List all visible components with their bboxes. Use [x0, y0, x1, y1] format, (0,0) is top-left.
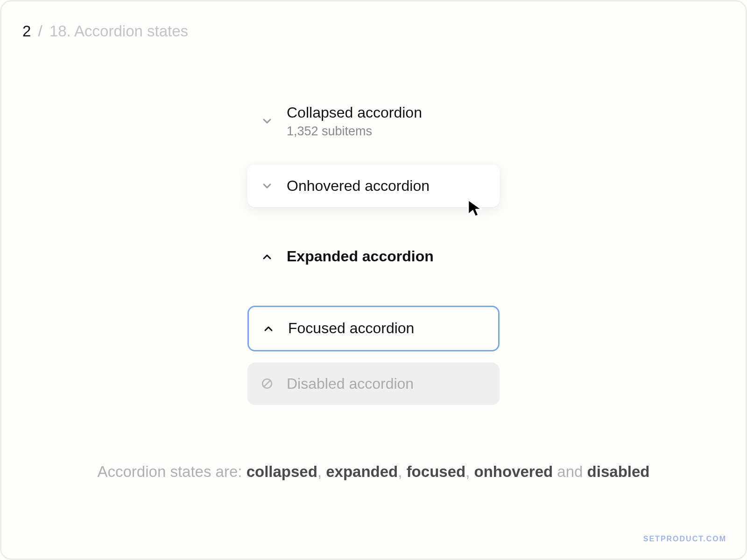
caption-punct: ,: [398, 463, 406, 480]
accordion-focused[interactable]: Focused accordion: [247, 306, 500, 351]
accordion-examples-stack: Collapsed accordion 1,352 subitems Onhov…: [247, 98, 500, 405]
caption-text: Accordion states are: collapsed, expande…: [0, 463, 747, 481]
accordion-label: Collapsed accordion: [287, 103, 422, 123]
disabled-icon: [261, 377, 274, 390]
accordion-label-wrap: Collapsed accordion 1,352 subitems: [287, 103, 422, 140]
accordion-subtext: 1,352 subitems: [287, 123, 422, 140]
chevron-up-icon: [261, 250, 274, 263]
chevron-down-icon: [261, 180, 274, 193]
caption-keyword-expanded: expanded: [326, 463, 398, 480]
accordion-expanded[interactable]: Expanded accordion: [247, 235, 500, 278]
accordion-label: Focused accordion: [288, 318, 414, 338]
page-title: Accordion states: [74, 22, 188, 40]
caption-keyword-focused: focused: [407, 463, 466, 480]
accordion-disabled: Disabled accordion: [247, 363, 500, 405]
svg-line-1: [264, 381, 270, 387]
cursor-icon: [465, 198, 486, 220]
accordion-onhovered[interactable]: Onhovered accordion: [247, 165, 500, 207]
page-number-current: 2: [22, 22, 31, 40]
watermark: SETPRODUCT.COM: [643, 535, 726, 543]
caption-keyword-onhovered: onhovered: [474, 463, 553, 480]
page-number-total: 18.: [49, 22, 71, 40]
caption-prefix: Accordion states are:: [98, 463, 247, 480]
accordion-label: Expanded accordion: [287, 246, 434, 266]
caption-punct: ,: [317, 463, 326, 480]
caption-punct: ,: [465, 463, 474, 480]
caption-keyword-collapsed: collapsed: [247, 463, 317, 480]
caption-keyword-disabled: disabled: [587, 463, 650, 480]
accordion-label: Onhovered accordion: [287, 176, 430, 196]
page-number-separator: /: [38, 22, 42, 40]
page-header: 2 / 18. Accordion states: [22, 22, 188, 40]
chevron-down-icon: [261, 115, 274, 128]
accordion-collapsed[interactable]: Collapsed accordion 1,352 subitems: [247, 98, 500, 145]
chevron-up-icon: [262, 322, 275, 335]
caption-and: and: [553, 463, 587, 480]
accordion-label: Disabled accordion: [287, 374, 414, 394]
